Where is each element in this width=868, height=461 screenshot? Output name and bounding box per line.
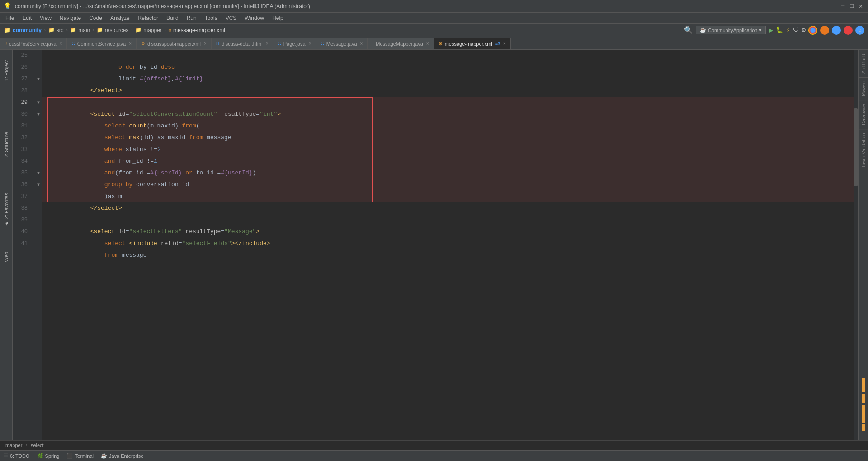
breadcrumb-mapper-icon: 📁	[135, 27, 142, 33]
breadcrumb-src-icon: 📁	[48, 27, 55, 33]
menu-tools[interactable]: Tools	[201, 14, 221, 22]
scrollbar-thumb[interactable]	[854, 108, 858, 187]
title-bar: 💡 community [F:\community] - ...\src\mai…	[0, 0, 868, 13]
breadcrumb-mapper-path[interactable]: mapper	[5, 442, 22, 448]
breadcrumb-sep-2: ›	[66, 28, 69, 33]
editor-area: 25 26 27 28 29 30 31 32 33 34 35 36 37 3…	[13, 50, 858, 440]
tool-spring[interactable]: 🌿 Spring	[37, 453, 60, 459]
breadcrumb-sep-5: ›	[164, 28, 167, 33]
right-stripe-1	[862, 378, 865, 392]
editor-scrollbar[interactable]	[854, 50, 858, 440]
menu-refactor[interactable]: Refactor	[134, 14, 162, 22]
right-panel-database[interactable]: Database	[859, 100, 868, 129]
left-panel-web[interactable]: Web	[1, 243, 11, 270]
menu-help[interactable]: Help	[269, 14, 287, 22]
right-panel-bean-validation[interactable]: Bean Validation	[859, 129, 868, 171]
left-panel: 1: Project 2: Structure ★ 2: Favorites W…	[0, 50, 13, 440]
fold-26	[34, 61, 42, 73]
fold-36[interactable]: ▼	[34, 179, 42, 191]
tab-message[interactable]: C Message.java ×	[316, 38, 368, 49]
toolbar-right: 🔍 ☕ CommunityApplication ▾ ▶ 🐛 ⚡ 🛡 ⚙ e	[684, 26, 864, 35]
code-line-37: </select>	[42, 191, 854, 202]
window-controls: ─ □ ✕	[841, 3, 863, 10]
edge-icon[interactable]: e	[855, 26, 864, 35]
tool-todo[interactable]: ☰ 6: TODO	[4, 453, 30, 459]
menu-edit[interactable]: Edit	[19, 14, 35, 22]
fold-37	[34, 191, 42, 202]
tab-discusspost-mapper[interactable]: ⚙ discusspost-mapper.xml ×	[137, 38, 212, 49]
menu-run[interactable]: Run	[183, 14, 200, 22]
menu-code[interactable]: Code	[85, 14, 106, 22]
left-panel-favorites[interactable]: ★ 2: Favorites	[1, 192, 11, 228]
settings-button[interactable]: ⚙	[802, 26, 806, 34]
fold-30[interactable]: ▼	[34, 108, 42, 120]
code-line-25: order by id desc	[42, 50, 854, 61]
chrome-icon[interactable]	[808, 26, 817, 35]
tab-message-mapper-xml[interactable]: ⚙ message-mapper.xml ≡3 ×	[434, 38, 511, 49]
right-stripe-3	[862, 405, 865, 423]
fold-28	[34, 85, 42, 97]
breadcrumb-mapper[interactable]: mapper	[143, 27, 162, 33]
menu-build[interactable]: Build	[163, 14, 182, 22]
bottom-bar: ☰ 6: TODO 🌿 Spring ⬛ Terminal ☕ Java Ent…	[0, 450, 868, 461]
fold-41	[34, 238, 42, 249]
profile-button[interactable]: ⚡	[786, 26, 790, 34]
tool-terminal[interactable]: ⬛ Terminal	[66, 453, 94, 459]
fold-39	[34, 214, 42, 226]
tab-discuss-detail[interactable]: H discuss-detail.html ×	[212, 38, 274, 49]
menu-window[interactable]: Window	[241, 14, 268, 22]
safari-icon[interactable]	[832, 26, 841, 35]
right-panel-maven[interactable]: Maven	[859, 77, 868, 100]
code-content[interactable]: order by id desc limit #{offset},#{limit…	[42, 50, 854, 440]
breadcrumb-community[interactable]: community	[13, 27, 42, 33]
tool-java-enterprise[interactable]: ☕ Java Enterprise	[101, 453, 143, 459]
breadcrumb-main[interactable]: main	[78, 27, 90, 33]
fold-31	[34, 120, 42, 132]
breadcrumb-resources[interactable]: resources	[105, 27, 129, 33]
menu-file[interactable]: File	[2, 14, 18, 22]
left-panel-structure[interactable]: 2: Structure	[1, 127, 11, 163]
code-line-28	[42, 85, 854, 97]
breadcrumb-sep-1: ›	[43, 28, 47, 33]
minimize-button[interactable]: ─	[841, 3, 845, 10]
breadcrumb-filename[interactable]: message-mapper.xml	[173, 27, 225, 33]
line-numbers: 25 26 27 28 29 30 31 32 33 34 35 36 37 3…	[13, 50, 34, 440]
fold-35[interactable]: ▼	[34, 167, 42, 179]
fold-25	[34, 50, 42, 61]
menu-navigate[interactable]: Navigate	[56, 14, 85, 22]
left-panel-project[interactable]: 1: Project	[1, 52, 11, 89]
close-button[interactable]: ✕	[859, 3, 863, 10]
firefox-icon[interactable]	[820, 26, 829, 35]
maximize-button[interactable]: □	[850, 3, 854, 10]
fold-27[interactable]: ▼	[34, 73, 42, 85]
menu-analyze[interactable]: Analyze	[107, 14, 133, 22]
run-config-selector[interactable]: ☕ CommunityApplication ▾	[696, 26, 766, 34]
breadcrumb-select-path[interactable]: select	[31, 442, 44, 448]
fold-38	[34, 202, 42, 214]
terminal-icon: ⬛	[66, 453, 73, 459]
java-enterprise-label: Java Enterprise	[109, 453, 143, 459]
menu-bar: File Edit View Navigate Code Analyze Ref…	[0, 13, 868, 24]
tab-discusspostservice[interactable]: J cussPostService.java ×	[0, 38, 67, 49]
coverage-button[interactable]: 🛡	[793, 27, 799, 34]
run-button[interactable]: ▶	[769, 26, 773, 35]
debug-button[interactable]: 🐛	[776, 26, 783, 34]
tab-messagemapper[interactable]: I MessageMapper.java ×	[368, 38, 434, 49]
breadcrumb-file-icon: ⚙	[168, 27, 171, 33]
fold-33	[34, 144, 42, 155]
ie-icon[interactable]	[844, 26, 853, 35]
menu-vcs[interactable]: VCS	[222, 14, 241, 22]
todo-icon: ☰	[4, 453, 8, 459]
browser-icons-group: e	[808, 26, 864, 35]
right-panel-ant-build[interactable]: Ant Build	[859, 50, 868, 77]
tab-page[interactable]: C Page.java ×	[273, 38, 316, 49]
run-config-label: CommunityApplication	[708, 28, 757, 33]
file-tabs: J cussPostService.java × C CommentServic…	[0, 37, 868, 50]
search-everywhere-icon[interactable]: 🔍	[684, 26, 693, 35]
menu-view[interactable]: View	[36, 14, 55, 22]
breadcrumb-src[interactable]: src	[57, 27, 64, 33]
java-enterprise-icon: ☕	[101, 453, 107, 459]
tab-commentservice[interactable]: C CommentService.java ×	[67, 38, 137, 49]
fold-29[interactable]: ▼	[34, 97, 42, 108]
title-text: community [F:\community] - ...\src\main\…	[15, 3, 310, 9]
